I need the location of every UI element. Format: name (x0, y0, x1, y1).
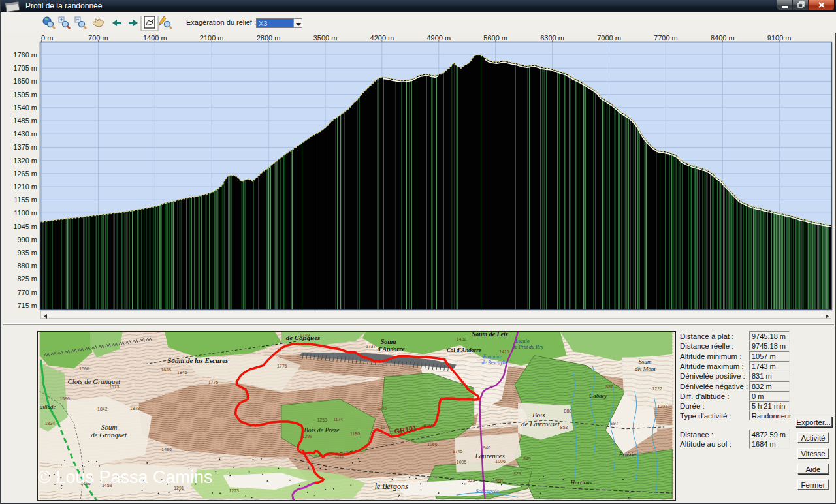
svg-text:845: 845 (523, 456, 531, 461)
svg-text:Erlézia: Erlézia (619, 451, 636, 458)
svg-text:7000 m: 7000 m (597, 34, 621, 42)
svg-text:1084: 1084 (423, 423, 433, 428)
svg-text:853: 853 (560, 425, 568, 430)
svg-text:3500 m: 3500 m (314, 34, 338, 42)
svg-text:6300 m: 6300 m (540, 34, 564, 42)
svg-text:1834: 1834 (45, 421, 56, 426)
svg-text:1775: 1775 (208, 380, 219, 385)
svg-text:de Lairrouset: de Lairrouset (521, 420, 560, 428)
svg-text:1207: 1207 (657, 404, 667, 409)
svg-text:4900 m: 4900 m (426, 34, 451, 42)
svg-text:1496: 1496 (161, 447, 172, 452)
svg-text:7700 m: 7700 m (654, 34, 678, 42)
svg-text:1006: 1006 (495, 459, 506, 464)
svg-text:1140: 1140 (381, 425, 391, 430)
svg-text:997: 997 (611, 421, 619, 426)
svg-text:1485 m: 1485 m (13, 117, 37, 125)
svg-text:1253: 1253 (317, 418, 327, 422)
svg-text:715 m: 715 m (17, 302, 37, 309)
svg-text:le Bergons: le Bergons (375, 482, 408, 491)
svg-text:1846: 1846 (177, 370, 187, 375)
svg-text:888: 888 (564, 409, 572, 413)
svg-text:1878: 1878 (130, 406, 140, 411)
svg-text:5600 m: 5600 m (483, 34, 507, 42)
svg-text:9100 m: 9100 m (767, 34, 792, 42)
svg-text:1650 m: 1650 m (13, 77, 37, 85)
svg-text:770 m: 770 m (17, 289, 37, 296)
svg-text:990 m: 990 m (17, 236, 37, 244)
svg-text:2100 m: 2100 m (200, 34, 224, 42)
svg-text:935 m: 935 m (17, 249, 37, 257)
svg-text:Escalo: Escalo (515, 338, 530, 344)
svg-text:Fontaine: Fontaine (483, 354, 502, 360)
svg-text:de Bescaybu: de Bescaybu (482, 360, 508, 366)
svg-text:933: 933 (468, 478, 475, 482)
svg-text:1749: 1749 (300, 333, 310, 338)
svg-text:1375 m: 1375 m (13, 143, 37, 151)
svg-text:1842: 1842 (97, 407, 108, 411)
svg-text:1566: 1566 (79, 366, 89, 371)
svg-text:1737: 1737 (366, 344, 376, 349)
svg-text:880 m: 880 m (17, 262, 37, 270)
svg-text:1705 m: 1705 m (13, 64, 37, 72)
svg-text:829: 829 (513, 471, 521, 476)
svg-text:940: 940 (483, 445, 491, 450)
svg-text:1430 m: 1430 m (13, 130, 37, 138)
svg-text:1400 m: 1400 m (143, 34, 167, 42)
svg-text:1045 m: 1045 m (13, 223, 37, 230)
svg-text:1100 m: 1100 m (14, 209, 37, 217)
svg-text:Bois de Preze: Bois de Preze (304, 426, 340, 433)
svg-text:1760 m: 1760 m (13, 51, 37, 59)
svg-text:825 m: 825 m (17, 275, 37, 283)
svg-text:1210 m: 1210 m (13, 183, 37, 191)
svg-text:d'Andorre: d'Andorre (378, 345, 405, 353)
svg-text:1596: 1596 (60, 396, 71, 401)
svg-text:937: 937 (605, 385, 613, 389)
svg-text:1155 m: 1155 m (14, 196, 37, 204)
svg-text:Laurences: Laurences (475, 452, 505, 460)
svg-text:1745: 1745 (453, 449, 463, 454)
svg-text:1775: 1775 (277, 364, 287, 368)
svg-text:Soum: Soum (381, 338, 396, 345)
svg-text:Harrious: Harrious (570, 479, 592, 486)
svg-text:1299: 1299 (302, 434, 313, 439)
svg-text:Soum de Leiz: Soum de Leiz (472, 331, 508, 338)
svg-text:1174: 1174 (333, 417, 343, 422)
svg-text:1595 m: 1595 m (13, 91, 37, 99)
svg-text:Col d'Andorre: Col d'Andorre (447, 347, 481, 353)
svg-text:de Granquet: de Granquet (91, 431, 127, 439)
svg-text:1112: 1112 (334, 454, 344, 458)
svg-text:860: 860 (495, 479, 503, 483)
svg-text:1415: 1415 (499, 349, 509, 354)
svg-text:1180: 1180 (350, 432, 360, 436)
svg-text:Soum de las Escures: Soum de las Escures (167, 356, 228, 364)
svg-text:1273: 1273 (229, 488, 240, 493)
svg-text:1205: 1205 (377, 406, 387, 411)
svg-text:0 m: 0 m (41, 34, 53, 42)
svg-text:du Prat du Rey: du Prat du Rey (512, 344, 543, 350)
svg-text:1222: 1222 (652, 386, 662, 391)
svg-text:1005: 1005 (457, 460, 467, 464)
svg-text:Soum: Soum (101, 423, 117, 431)
svg-text:1673: 1673 (109, 385, 120, 389)
svg-text:4200 m: 4200 m (370, 34, 394, 42)
svg-text:1066: 1066 (427, 442, 438, 447)
svg-text:700 m: 700 m (88, 34, 108, 42)
svg-text:1320 m: 1320 m (13, 157, 37, 165)
svg-text:8400 m: 8400 m (711, 34, 735, 42)
svg-text:1540 m: 1540 m (13, 104, 37, 112)
svg-text:Soum: Soum (639, 358, 652, 365)
svg-text:1265 m: 1265 m (13, 170, 37, 178)
svg-text:2800 m: 2800 m (257, 34, 281, 42)
svg-text:1635: 1635 (161, 368, 171, 372)
svg-text:1432: 1432 (457, 337, 467, 341)
svg-text:Scé capcée: Scé capcée (476, 488, 499, 494)
svg-text:Cabacy: Cabacy (589, 392, 607, 399)
svg-text:det Mont: det Mont (635, 366, 656, 372)
svg-text:uillade: uillade (40, 403, 56, 410)
svg-text:Bois: Bois (532, 411, 545, 418)
